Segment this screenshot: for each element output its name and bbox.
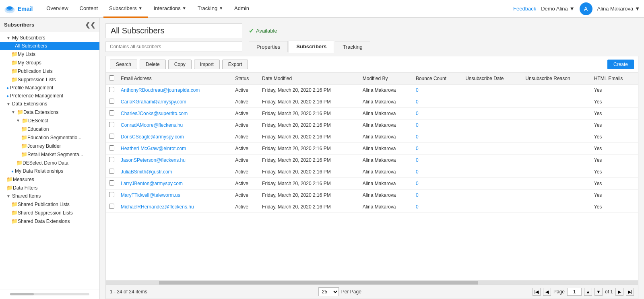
bounce-count-link[interactable]: 0	[416, 204, 419, 210]
sidebar-item-profile-management[interactable]: ●Profile Management	[0, 84, 99, 92]
row-checkbox[interactable]	[109, 204, 114, 209]
avatar[interactable]: A	[580, 2, 592, 15]
col-header-bounce_count[interactable]: Bounce Count	[413, 73, 462, 85]
create-button[interactable]: Create	[607, 60, 634, 69]
page-up-button[interactable]: ▲	[584, 288, 592, 296]
tab-properties[interactable]: Properties	[249, 41, 288, 52]
next-page-button[interactable]: ▶	[615, 288, 623, 296]
col-header-date_modified[interactable]: Date Modified	[259, 73, 359, 85]
col-header-unsubscribe_reason[interactable]: Unsubscribe Reason	[522, 73, 591, 85]
tabs: PropertiesSubscribersTracking	[247, 41, 371, 53]
bounce-count-link[interactable]: 0	[416, 192, 419, 198]
row-checkbox[interactable]	[109, 87, 114, 92]
horizontal-scrollbar[interactable]	[106, 280, 638, 285]
email-link[interactable]: MichaelRHernandez@fleckens.hu	[121, 204, 194, 210]
email-link[interactable]: JuliaBSmith@gustr.com	[121, 169, 172, 175]
sidebar-item-suppression-lists[interactable]: 📁 Suppression Lists	[0, 75, 99, 84]
nav-item-tracking[interactable]: Tracking ▼	[192, 0, 229, 18]
sidebar-item-shared-publication-lists[interactable]: 📁 Shared Publication Lists	[0, 200, 99, 208]
first-page-button[interactable]: |◀	[533, 288, 541, 296]
sidebar-item-data-extensions[interactable]: ▼📁 Data Extensions	[0, 108, 99, 116]
col-header-unsubscribe_date[interactable]: Unsubscribe Date	[462, 73, 522, 85]
email-link[interactable]: LarryJBenton@armyspy.com	[121, 181, 183, 186]
bounce-count-link[interactable]: 0	[416, 181, 419, 186]
col-header-modified_by[interactable]: Modified By	[359, 73, 413, 85]
bounce-count-link[interactable]: 0	[416, 146, 419, 151]
feedback-link[interactable]: Feedback	[513, 6, 536, 12]
row-checkbox[interactable]	[109, 180, 114, 186]
demo-alina-dropdown[interactable]: Demo Alina ▼	[541, 6, 574, 12]
bounce-count-link[interactable]: 0	[416, 157, 419, 163]
horizontal-scrollbar-thumb[interactable]	[159, 281, 478, 285]
row-checkbox[interactable]	[109, 110, 114, 115]
select-all-checkbox[interactable]	[109, 75, 114, 80]
bounce-count-link[interactable]: 0	[416, 134, 419, 140]
copy-button[interactable]: Copy	[168, 60, 192, 69]
email-link[interactable]: ConradAMoore@fleckens.hu	[121, 122, 183, 128]
email-link[interactable]: AnthonyRBoudreau@jourrapide.com	[121, 87, 200, 93]
sidebar-item-education[interactable]: 📁 Education	[0, 125, 99, 133]
sidebar-collapse-button[interactable]: ❮❮	[85, 21, 95, 29]
prev-page-button[interactable]: ◀	[543, 288, 551, 296]
row-checkbox[interactable]	[109, 169, 114, 174]
col-header-html_emails[interactable]: HTML Emails	[591, 73, 638, 85]
row-checkbox[interactable]	[109, 99, 114, 104]
sidebar-item-my-groups[interactable]: 📁 My Groups	[0, 58, 99, 67]
sidebar-item-my-subscribers[interactable]: ▼My Subscribers	[0, 34, 99, 42]
export-button[interactable]: Export	[222, 60, 248, 69]
bounce-count-link[interactable]: 0	[416, 99, 419, 105]
email-link[interactable]: CharlesJCooks@superrito.com	[121, 111, 188, 116]
row-checkbox[interactable]	[109, 122, 114, 127]
email-link[interactable]: DorisCSeagle@armyspy.com	[121, 134, 184, 140]
sidebar-item-shared-items[interactable]: ▼Shared Items	[0, 192, 99, 200]
email-link[interactable]: MaryTTidwell@teleworm.us	[121, 192, 180, 198]
delete-button[interactable]: Delete	[140, 60, 166, 69]
tab-tracking[interactable]: Tracking	[335, 41, 370, 52]
col-header-email[interactable]: Email Address	[118, 73, 232, 85]
sidebar-item-deselect[interactable]: ▼📁 DESelect	[0, 116, 99, 125]
sidebar-item-shared-suppression-lists[interactable]: 📁 Shared Suppression Lists	[0, 208, 99, 217]
email-link[interactable]: CarlaKGraham@armyspy.com	[121, 99, 186, 105]
row-checkbox[interactable]	[109, 157, 114, 162]
bounce-count-link[interactable]: 0	[416, 169, 419, 175]
sidebar-item-data-extensions[interactable]: ▼Data Extensions	[0, 100, 99, 108]
bounce-count-link[interactable]: 0	[416, 111, 419, 116]
search-button[interactable]: Search	[110, 60, 137, 69]
import-button[interactable]: Import	[194, 60, 220, 69]
tab-subscribers[interactable]: Subscribers	[289, 41, 334, 53]
col-header-status[interactable]: Status	[232, 73, 259, 85]
email-link[interactable]: HeatherLMcGraw@einrot.com	[121, 146, 186, 151]
sidebar-item-publication-lists[interactable]: 📁 Publication Lists	[0, 67, 99, 75]
sidebar-item-data-filters[interactable]: 📁 Data Filters	[0, 184, 99, 192]
row-checkbox[interactable]	[109, 192, 114, 197]
user-name-dropdown[interactable]: Alina Makarova ▼	[597, 6, 640, 12]
page-down-button[interactable]: ▼	[594, 288, 603, 296]
subscriber-search-input[interactable]	[105, 41, 242, 52]
email-link[interactable]: JasonSPeterson@fleckens.hu	[121, 157, 186, 163]
nav-item-overview[interactable]: Overview	[41, 0, 74, 18]
page-number-input[interactable]	[567, 288, 582, 296]
bounce-count-link[interactable]: 0	[416, 87, 419, 93]
per-page-select[interactable]: 25 50 100	[318, 287, 339, 296]
nav-item-interactions[interactable]: Interactions ▼	[148, 0, 192, 18]
last-page-button[interactable]: ▶|	[626, 288, 634, 296]
sidebar-item-all-subscribers[interactable]: ●All Subscribers	[0, 42, 99, 50]
nav-item-content[interactable]: Content	[74, 0, 104, 18]
sidebar-item-my-lists[interactable]: 📁 My Lists	[0, 50, 99, 58]
sidebar-item-education-segmentatio---[interactable]: 📁 Education Segmentatio...	[0, 133, 99, 142]
sidebar-item-measures[interactable]: 📁 Measures	[0, 175, 99, 184]
bounce-count-link[interactable]: 0	[416, 122, 419, 128]
sidebar-item-shared-data-extensions[interactable]: 📁 Shared Data Extensions	[0, 217, 99, 225]
sidebar-item-journey-builder[interactable]: 📁 Journey Builder	[0, 142, 99, 150]
select-all-header[interactable]	[106, 73, 118, 85]
row-checkbox[interactable]	[109, 134, 114, 139]
sidebar-item-my-data-relationships[interactable]: ●My Data Relationships	[0, 167, 99, 175]
table-scroll-area[interactable]: Email AddressStatusDate ModifiedModified…	[106, 73, 638, 280]
nav-item-admin[interactable]: Admin	[229, 0, 255, 18]
nav-item-subscribers[interactable]: Subscribers ▼	[103, 0, 148, 18]
sidebar-item-deselect-demo-data[interactable]: 📁 DESelect Demo Data	[0, 159, 99, 167]
row-checkbox[interactable]	[109, 145, 114, 151]
sidebar-item-retail-market-segmenta---[interactable]: 📁 Retail Market Segmenta...	[0, 150, 99, 159]
sidebar-item-preference-management[interactable]: ●Preference Management	[0, 92, 99, 100]
app-logo[interactable]: Email	[4, 3, 33, 14]
